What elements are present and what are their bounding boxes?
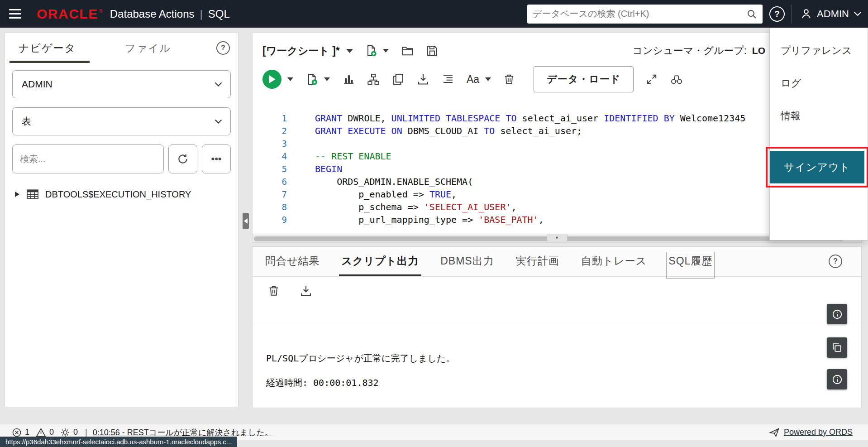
run-script-options-chevron[interactable] [324,77,330,81]
tab-sql-history[interactable]: SQL履歴 [668,254,712,276]
schema-select[interactable]: ADMIN [12,70,231,98]
data-load-label: データ・ロード [547,72,620,86]
sidebar-help-button[interactable]: ? [216,41,230,55]
output-info-button-top[interactable] [827,304,847,324]
code-text: p_schema => 'SELECT_AI_USER', [297,201,517,213]
object-type-select[interactable]: 表 [12,107,231,135]
clear-output-button[interactable] [268,284,280,297]
consumer-group: コンシューマ・グループ: LO [633,44,765,58]
registered-mark: ® [99,8,103,14]
line-number: 7 [253,188,297,201]
consumer-group-value[interactable]: LO [752,45,765,56]
font-size-button[interactable]: Aa [467,73,479,86]
sql-history-button[interactable] [392,73,405,86]
tab-autotrace[interactable]: 自動トレース [581,254,647,276]
new-worksheet-button[interactable] [365,44,377,57]
copy-output-button[interactable] [827,337,847,358]
results-panel: 問合せ結果 スクリプト出力 DBMS出力 実行計画 自動トレース SQL履歴 ?… [252,246,862,408]
more-options-button[interactable]: ••• [202,144,231,173]
menu-item-log[interactable]: ログ [770,67,868,100]
expand-editor-button[interactable] [646,73,658,85]
user-menu-button[interactable]: ADMIN [792,5,862,24]
tab-navigator[interactable]: ナビゲータ [13,33,90,63]
ords-rocket-icon [769,428,780,437]
download-worksheet-button[interactable] [417,73,429,86]
powered-by-ords-link[interactable]: Powered by ORDS [784,428,853,437]
hamburger-menu-icon[interactable] [9,9,21,19]
menu-item-preferences[interactable]: プリファレンス [770,34,868,67]
tab-script-output[interactable]: スクリプト出力 [342,254,419,276]
chevron-down-icon [215,119,222,124]
oracle-logo: ORACLE [37,6,98,22]
error-counter[interactable]: 1 [12,428,29,437]
chevron-down-icon [215,82,222,87]
warning-counter[interactable]: 0 [36,428,54,437]
global-search [527,5,763,24]
task-count: 0 [73,428,78,437]
run-button[interactable] [262,70,281,89]
tab-explain-plan[interactable]: 実行計画 [516,254,559,276]
data-load-button[interactable]: データ・ロード [534,66,634,92]
tab-dbms-output[interactable]: DBMS出力 [440,254,494,276]
format-button[interactable] [442,73,454,86]
code-text: ORDS_ADMIN.ENABLE_SCHEMA( [297,175,473,188]
code-text: BEGIN [297,163,342,175]
title-divider: | [200,8,203,20]
user-name: ADMIN [817,8,849,20]
results-help-button[interactable]: ? [829,255,842,268]
chevron-down-icon[interactable] [383,49,389,53]
error-icon [12,428,22,437]
play-icon [268,75,276,83]
tree-item-label: DBTOOLS$EXECUTION_HISTORY [45,189,191,200]
open-worksheet-button[interactable] [401,44,414,57]
chevron-down-icon [854,11,862,16]
output-message: PL/SQLプロシージャが正常に完了しました。 [266,352,861,364]
download-output-button[interactable] [300,284,312,297]
tab-files[interactable]: ファイル [125,41,171,55]
menu-item-info[interactable]: 情報 [770,100,868,132]
run-options-chevron[interactable] [287,77,293,81]
tab-query-result[interactable]: 問合せ結果 [265,254,320,276]
user-icon [800,8,812,20]
global-search-input[interactable] [533,9,746,19]
signout-button[interactable]: サインアウト [770,151,864,183]
app-title: Database Actions [110,8,195,20]
output-info-button-bottom[interactable] [827,369,847,389]
task-counter[interactable]: 0 [60,428,78,437]
header: ORACLE ® Database Actions | SQL ? ADMIN [0,0,868,28]
sidebar-search-input[interactable] [20,154,156,164]
script-output: PL/SQLプロシージャが正常に完了しました。 経過時間: 00:00:01.8… [253,324,861,389]
find-button[interactable] [670,73,683,85]
panel-splitter-handle[interactable]: ▼ [547,234,568,241]
expand-caret-icon[interactable] [14,191,20,197]
autotrace-button[interactable] [367,73,380,86]
app-screen: ORACLE ® Database Actions | SQL ? ADMIN [0,0,868,447]
worksheet-selector[interactable]: [ワークシート ]* [262,44,353,58]
table-icon [26,189,39,200]
app-subtitle: SQL [208,8,230,20]
url-tooltip: https://p36dah33ehxmnrf-selectaioci.adb.… [0,437,237,447]
sidebar-tabs: ナビゲータ ファイル ? [5,33,238,63]
explain-plan-button[interactable] [342,73,355,86]
refresh-button[interactable] [168,144,197,173]
header-right: ? ADMIN [527,5,862,24]
status-message-link[interactable]: 0:10:56 - RESTコールが正常に解決されました。 [93,427,273,438]
object-type-value: 表 [22,115,31,128]
run-script-button[interactable] [305,73,318,86]
save-worksheet-button[interactable] [426,44,439,57]
clear-worksheet-button[interactable] [503,73,515,86]
sidebar-collapse-handle[interactable] [243,213,249,229]
signout-annotation-box: サインアウト [766,147,868,187]
gear-icon [60,428,70,437]
warning-count: 0 [49,428,54,437]
consumer-group-label: コンシューマ・グループ: [633,44,747,58]
line-number: 6 [253,175,297,188]
status-divider: | [85,428,87,437]
help-button[interactable]: ? [769,6,785,22]
status-right: Powered by ORDS [769,428,853,437]
warning-icon [36,428,46,437]
tree-item[interactable]: DBTOOLS$EXECUTION_HISTORY [12,186,231,202]
code-text: p_enabled => TRUE, [297,188,457,201]
line-number: 4 [253,150,297,163]
font-options-chevron[interactable] [485,77,491,81]
